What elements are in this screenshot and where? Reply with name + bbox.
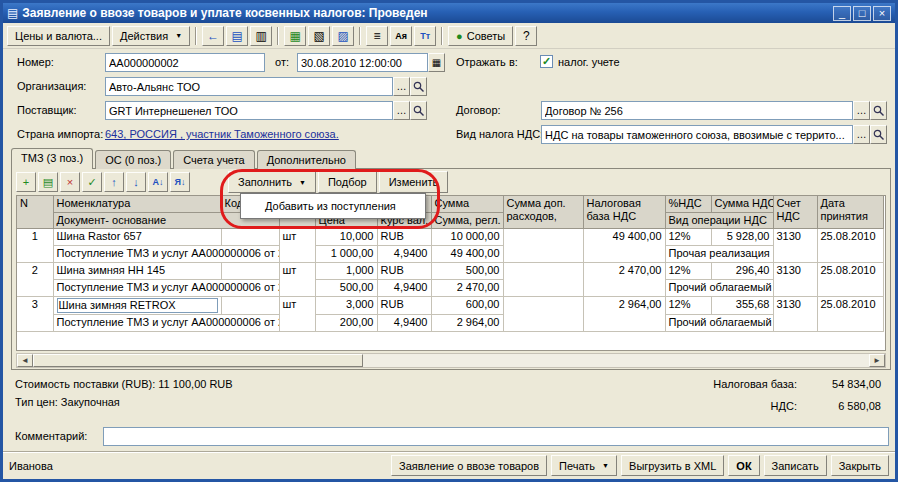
date-cell[interactable]: 25.08.2010: [817, 296, 883, 331]
row-number-cell[interactable]: 1: [17, 228, 53, 262]
unit-cell[interactable]: шт: [279, 296, 315, 331]
table-row[interactable]: 2 Шина зимняя НН 145 шт 1,000 RUB 500,00…: [17, 262, 883, 279]
menu-item-add-from-receipt[interactable]: Добавить из поступления: [241, 194, 425, 218]
pick-button[interactable]: Подбор: [318, 171, 377, 193]
save-button[interactable]: Записать: [764, 455, 827, 476]
organization-open-button[interactable]: [410, 77, 427, 96]
move-down-button[interactable]: ↓: [126, 172, 146, 192]
vat-op-cell[interactable]: Прочая реализация ...: [665, 245, 773, 262]
contract-input[interactable]: [541, 101, 853, 120]
nomenclature-cell[interactable]: Шина Rastor 657: [53, 228, 221, 245]
vat-pct-cell[interactable]: 12%: [665, 228, 711, 245]
close-button[interactable]: ×: [873, 6, 891, 21]
vat-op-cell[interactable]: Прочий облагаемый ...: [665, 279, 773, 296]
prices-currency-button[interactable]: Цены и валюта...: [7, 26, 110, 46]
vat-kind-select-button[interactable]: …: [853, 125, 870, 144]
tnved-cell[interactable]: [221, 296, 279, 314]
tab-additional[interactable]: Дополнительно: [257, 150, 356, 169]
related-documents-button[interactable]: ▥: [250, 26, 272, 46]
vat-sum-cell[interactable]: 296,40: [711, 262, 773, 279]
goto-button[interactable]: ▤: [226, 26, 248, 46]
tax-base-cell[interactable]: 2 470,00: [583, 262, 665, 296]
horizontal-scrollbar[interactable]: ◄ ►: [16, 353, 886, 368]
vat-op-cell[interactable]: Прочий облагаемый ...: [665, 314, 773, 331]
back-button[interactable]: ←: [202, 26, 224, 46]
vat-kind-input[interactable]: [541, 125, 853, 144]
table-row-sub[interactable]: Поступление ТМЗ и услуг АА000000006 от 2…: [17, 279, 883, 296]
doc-cell[interactable]: Поступление ТМЗ и услуг АА000000006 от 2…: [53, 245, 279, 262]
tax-account-checkbox[interactable]: ✓: [540, 55, 553, 68]
unit-cell[interactable]: шт: [279, 262, 315, 296]
edit-button[interactable]: Изменить: [379, 171, 449, 193]
delete-row-button[interactable]: ×: [60, 172, 80, 192]
export-xml-button[interactable]: Выгрузить в XML: [621, 455, 724, 476]
tnved-cell[interactable]: [221, 228, 279, 245]
tax-base-cell[interactable]: 2 964,00: [583, 296, 665, 331]
help-button[interactable]: ?: [515, 26, 537, 46]
copy-row-button[interactable]: ▤: [38, 172, 58, 192]
print-form-button[interactable]: ▧: [308, 26, 330, 46]
currency-cell[interactable]: RUB: [377, 262, 431, 279]
fill-button[interactable]: Заполнить▼: [228, 171, 316, 193]
rate-cell[interactable]: 4,9400: [377, 279, 431, 296]
number-input[interactable]: [105, 53, 265, 72]
price-cell[interactable]: 500,00: [315, 279, 377, 296]
table-row[interactable]: 3 Шина зимняя RETROX шт 3,000 RUB 600,00…: [17, 296, 883, 314]
add-row-button[interactable]: +: [16, 172, 36, 192]
date-cell[interactable]: 25.08.2010: [817, 262, 883, 296]
nomenclature-cell[interactable]: Шина зимняя RETROX: [53, 296, 221, 314]
tab-os[interactable]: ОС (0 поз.): [95, 150, 171, 169]
vat-sum-cell[interactable]: 5 928,00: [711, 228, 773, 245]
supplier-select-button[interactable]: …: [393, 101, 410, 120]
sum-reg-cell[interactable]: 2 964,00: [431, 314, 503, 331]
move-up-button[interactable]: ↑: [104, 172, 124, 192]
qty-cell[interactable]: 10,000: [315, 228, 377, 245]
extra-cell[interactable]: [503, 262, 583, 296]
doc-cell[interactable]: Поступление ТМЗ и услуг АА000000006 от 2…: [53, 279, 279, 296]
qty-cell[interactable]: 1,000: [315, 262, 377, 279]
tab-tmz[interactable]: ТМЗ (3 поз.): [11, 148, 93, 169]
maximize-button[interactable]: □: [853, 6, 871, 21]
calendar-button[interactable]: ▦: [428, 53, 445, 72]
table-row-sub[interactable]: Поступление ТМЗ и услуг АА000000006 от 2…: [17, 245, 883, 262]
structure-button[interactable]: ▨: [332, 26, 354, 46]
tnved-cell[interactable]: [221, 262, 279, 279]
vat-kind-open-button[interactable]: [870, 125, 887, 144]
vat-account-cell[interactable]: 3130: [773, 296, 817, 331]
sort-descending-button[interactable]: Я↓: [170, 172, 190, 192]
organization-select-button[interactable]: …: [393, 77, 410, 96]
font-settings-button[interactable]: Тт: [414, 26, 436, 46]
contract-open-button[interactable]: [870, 101, 887, 120]
output-list-button[interactable]: ▦: [284, 26, 306, 46]
rate-cell[interactable]: 4,9400: [377, 245, 431, 262]
sum-cell[interactable]: 500,00: [431, 262, 503, 279]
price-cell[interactable]: 200,00: [315, 314, 377, 331]
import-country-link[interactable]: 643, РОССИЯ , участник Таможенного союза…: [105, 128, 339, 140]
tab-accounts[interactable]: Счета учета: [173, 150, 254, 169]
rate-cell[interactable]: 4,9400: [377, 314, 431, 331]
ok-button[interactable]: ОК: [728, 455, 759, 476]
price-cell[interactable]: 1 000,00: [315, 245, 377, 262]
sum-cell[interactable]: 600,00: [431, 296, 503, 314]
nomenclature-edit-field[interactable]: Шина зимняя RETROX: [57, 298, 218, 313]
extra-cell[interactable]: [503, 228, 583, 262]
nomenclature-cell[interactable]: Шина зимняя НН 145: [53, 262, 221, 279]
date-cell[interactable]: 25.08.2010: [817, 228, 883, 262]
tips-button[interactable]: ●Советы: [448, 26, 513, 46]
actions-button[interactable]: Действия▼: [112, 26, 190, 46]
vat-pct-cell[interactable]: 12%: [665, 296, 711, 314]
finish-edit-button[interactable]: ✓: [82, 172, 102, 192]
list-settings-button[interactable]: ≡: [366, 26, 388, 46]
doc-cell[interactable]: Поступление ТМЗ и услуг АА000000006 от 2…: [53, 314, 279, 331]
organization-input[interactable]: [105, 77, 393, 96]
supplier-input[interactable]: [105, 101, 393, 120]
minimize-button[interactable]: _: [833, 6, 851, 21]
vat-sum-cell[interactable]: 355,68: [711, 296, 773, 314]
vat-pct-cell[interactable]: 12%: [665, 262, 711, 279]
tax-base-cell[interactable]: 49 400,00: [583, 228, 665, 262]
scroll-right-button[interactable]: ►: [869, 354, 885, 367]
scrollbar-thumb[interactable]: [33, 354, 363, 367]
print-button[interactable]: Печать▼: [551, 455, 617, 476]
row-number-cell[interactable]: 3: [17, 296, 53, 331]
comment-input[interactable]: [103, 427, 889, 446]
